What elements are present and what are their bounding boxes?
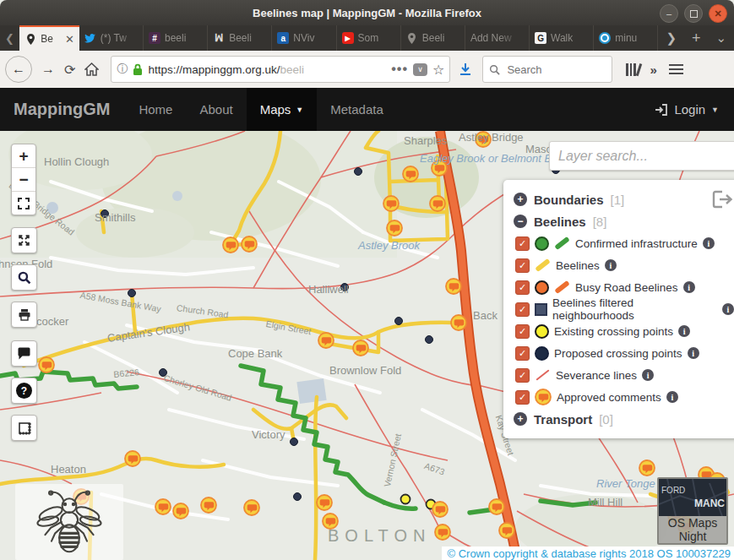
navy-circle-symbol (535, 346, 549, 361)
info-icon[interactable]: i (703, 237, 715, 249)
tab-nvivo[interactable]: a NViv (272, 25, 336, 51)
zoom-out-button[interactable]: − (12, 168, 35, 192)
minimize-button[interactable]: – (660, 4, 678, 23)
tab-title: Beeli (229, 32, 266, 44)
tab-medium[interactable]: ꟽ Beeli (208, 25, 272, 51)
forward-button[interactable]: → (41, 62, 55, 77)
export-map-icon[interactable] (712, 190, 734, 209)
tab-title: (*) Tw (101, 32, 138, 44)
bookmark-star-icon[interactable]: ☆ (432, 62, 444, 78)
tab-hash[interactable]: # beeli (144, 25, 208, 51)
tab-youtube[interactable]: ▶ Som (337, 25, 401, 51)
tab-title: Walk (551, 32, 588, 44)
tab-twitter[interactable]: (*) Tw (79, 25, 144, 51)
basemap-switcher[interactable]: FORD MANC OS Maps Night (657, 477, 728, 545)
tab-add-new[interactable]: Add New (465, 25, 530, 51)
tab-scroll-right-icon[interactable]: ❯ (658, 30, 684, 46)
page-actions-icon[interactable]: ••• (391, 62, 408, 77)
layer-search-box[interactable]: i (549, 141, 734, 171)
tab-scroll-left-icon[interactable]: ❮ (0, 25, 19, 51)
info-icon[interactable]: i (642, 369, 654, 381)
maximize-button[interactable] (684, 4, 703, 23)
layer-checkbox[interactable]: ✓ (515, 237, 530, 251)
info-icon[interactable]: i (683, 281, 695, 293)
url-text: https://mappinggm.org.uk/beeli (148, 63, 386, 76)
layer-panel: + Boundaries [1] − Beelines [8] ✓ Confir… (503, 180, 734, 438)
search-bar[interactable] (482, 56, 612, 83)
page-info-icon[interactable]: ⓘ (117, 62, 128, 77)
print-button[interactable] (11, 302, 37, 328)
collapse-minus-icon[interactable]: − (514, 215, 527, 228)
title-bar[interactable]: Beelines map | MappingGM - Mozilla Firef… (0, 0, 734, 25)
layer-row-approved-comments: ✓ Approved comments i (514, 386, 734, 408)
back-button[interactable]: ← (5, 56, 32, 83)
layer-search-input[interactable] (557, 148, 734, 165)
layer-checkbox[interactable]: ✓ (515, 258, 530, 273)
tab-close-icon[interactable]: ✕ (65, 33, 74, 46)
tab-list-dropdown-icon[interactable]: ⌄ (708, 30, 734, 46)
layer-checkbox[interactable]: ✓ (515, 324, 530, 339)
expand-plus-icon[interactable]: + (514, 412, 527, 426)
layer-row-beelines: ✓ Beelines i (514, 254, 734, 276)
layer-group-boundaries[interactable]: + Boundaries [1] (514, 188, 734, 210)
overflow-chevrons-icon[interactable]: » (650, 63, 656, 77)
help-button[interactable]: ? (11, 378, 37, 404)
expand-plus-icon[interactable]: + (514, 193, 527, 206)
layer-checkbox[interactable]: ✓ (515, 390, 530, 405)
fullscreen-button[interactable] (12, 192, 35, 215)
layer-row-severance-lines: ✓ Severance lines i (514, 364, 734, 386)
nav-about[interactable]: About (186, 88, 246, 131)
menu-hamburger-icon[interactable] (669, 62, 683, 77)
info-icon[interactable]: i (688, 347, 699, 359)
nav-maps[interactable]: Maps▼ (247, 88, 318, 131)
hash-icon: # (149, 32, 160, 44)
map-search-button[interactable] (11, 264, 37, 291)
info-icon[interactable]: i (605, 259, 617, 271)
library-icon[interactable] (626, 63, 639, 76)
layer-group-beelines[interactable]: − Beelines [8] (514, 210, 734, 232)
tab-beelines-2[interactable]: Beeli (401, 25, 465, 51)
brand-logo[interactable]: MappingGM (0, 100, 125, 119)
tab-walk[interactable]: G Walk (530, 25, 594, 51)
nav-home[interactable]: Home (125, 88, 186, 131)
layer-label: Existing crossing points (554, 325, 673, 338)
medium-icon: ꟽ (213, 32, 225, 44)
info-icon[interactable]: i (722, 303, 734, 315)
comment-button[interactable] (11, 340, 37, 367)
layer-group-transport[interactable]: + Transport [0] (514, 408, 734, 430)
layer-checkbox[interactable]: ✓ (515, 280, 530, 295)
layer-row-confirmed-infrastructure: ✓ Confirmed infrastructure i (514, 232, 734, 254)
layer-checkbox[interactable]: ✓ (515, 368, 530, 383)
thumb-label: FORD (661, 486, 685, 495)
tab-title: beeli (165, 32, 202, 44)
layer-checkbox[interactable]: ✓ (515, 346, 530, 361)
search-input[interactable] (505, 63, 584, 77)
lock-icon (133, 63, 143, 76)
login-button[interactable]: Login▼ (655, 102, 734, 117)
tab-title: NViv (293, 32, 330, 44)
g-letter-icon: G (535, 32, 546, 44)
map-canvas[interactable]: Hollin Clough Sharples Astley Bridge Mas… (0, 131, 734, 560)
info-icon[interactable]: i (666, 391, 678, 403)
tab-beelines-map[interactable]: Be ✕ (19, 25, 79, 51)
url-bar[interactable]: ⓘ https://mappinggm.org.uk/beeli ••• ∨ ☆ (111, 56, 450, 83)
pocket-icon[interactable]: ∨ (413, 63, 427, 76)
home-button[interactable] (84, 63, 99, 76)
downloads-button[interactable] (459, 63, 472, 76)
layer-label: Busy Road Beelines (575, 281, 678, 294)
basemap-thumbnail: FORD MANC (659, 479, 726, 516)
zoom-in-button[interactable]: + (12, 144, 35, 168)
zoom-extent-button[interactable] (11, 227, 37, 253)
close-button[interactable]: ✕ (709, 4, 727, 23)
reload-button[interactable]: ⟳ (64, 62, 75, 78)
new-tab-button[interactable]: + (684, 30, 709, 47)
nav-metadata[interactable]: Metadata (317, 88, 397, 131)
url-toolbar: ← → ⟳ ⓘ https://mappinggm.org.uk/beeli •… (0, 51, 734, 89)
layer-checkbox[interactable]: ✓ (515, 302, 530, 317)
tab-title: Be (41, 33, 61, 45)
tab-minutes[interactable]: minu (594, 25, 658, 51)
info-icon[interactable]: i (678, 325, 690, 337)
measure-button[interactable] (11, 415, 37, 441)
tab-title: Beeli (422, 32, 459, 44)
window-title: Beelines map | MappingGM - Mozilla Firef… (253, 7, 481, 19)
